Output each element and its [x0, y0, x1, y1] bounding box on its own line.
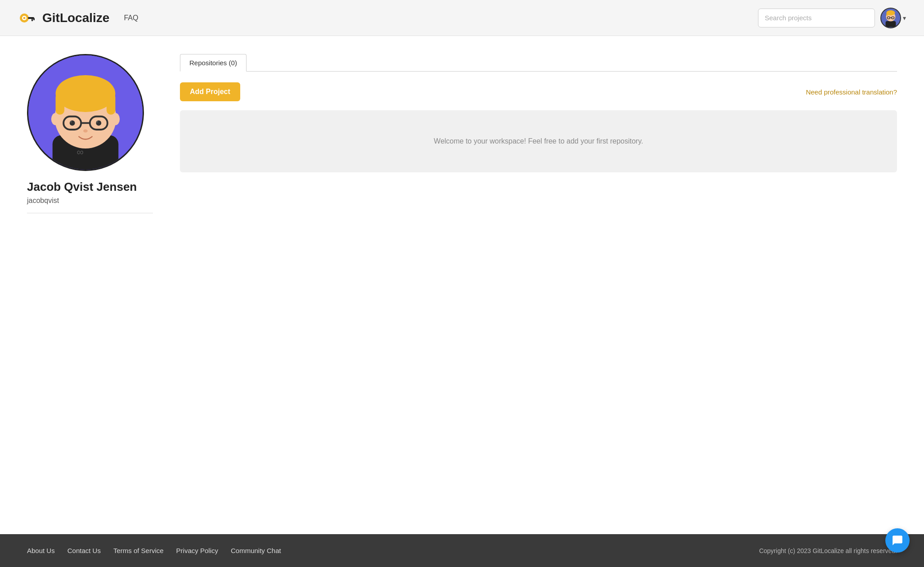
footer-link-community[interactable]: Community Chat: [231, 547, 281, 554]
tabs: Repositories (0): [180, 54, 897, 72]
repo-section: Repositories (0) Add Project Need profes…: [180, 54, 897, 516]
chat-button[interactable]: [885, 528, 910, 553]
empty-state: Welcome to your workspace! Feel free to …: [180, 110, 897, 172]
svg-rect-5: [33, 18, 35, 20]
chat-icon: [892, 535, 903, 546]
header: GitLocalize FAQ: [0, 0, 924, 36]
footer-link-privacy[interactable]: Privacy Policy: [176, 547, 218, 554]
svg-rect-4: [31, 19, 33, 21]
logo-icon: [18, 8, 38, 28]
user-menu-button[interactable]: ▾: [880, 8, 906, 28]
profile-username: jacobqvist: [27, 197, 153, 205]
footer: About Us Contact Us Terms of Service Pri…: [0, 534, 924, 567]
avatar-image: [881, 8, 900, 27]
footer-copyright: Copyright (c) 2023 GitLocalize all right…: [759, 547, 897, 554]
chevron-down-icon: ▾: [903, 14, 906, 22]
svg-rect-10: [886, 12, 888, 16]
footer-link-contact[interactable]: Contact Us: [67, 547, 101, 554]
profile-sidebar: ∞: [27, 54, 153, 516]
header-right: ▾: [758, 8, 906, 28]
svg-point-31: [96, 121, 98, 122]
user-avatar: [880, 8, 901, 28]
add-project-button[interactable]: Add Project: [180, 82, 240, 101]
pro-translation-link[interactable]: Need professional translation?: [806, 88, 897, 96]
svg-rect-7: [886, 21, 896, 27]
svg-point-24: [58, 76, 112, 101]
main-content: ∞: [0, 36, 924, 534]
svg-rect-3: [28, 17, 34, 19]
header-left: GitLocalize FAQ: [18, 8, 138, 28]
tab-repositories[interactable]: Repositories (0): [180, 54, 247, 72]
nav-faq[interactable]: FAQ: [124, 14, 138, 22]
svg-rect-23: [107, 93, 116, 115]
footer-link-terms[interactable]: Terms of Service: [113, 547, 164, 554]
svg-point-19: [51, 113, 60, 125]
svg-point-2: [23, 17, 26, 19]
svg-point-20: [111, 113, 120, 125]
toolbar: Add Project Need professional translatio…: [180, 82, 897, 101]
logo-text: GitLocalize: [42, 11, 109, 25]
svg-point-32: [83, 130, 88, 133]
profile-divider: [27, 213, 153, 213]
footer-link-about[interactable]: About Us: [27, 547, 55, 554]
search-input[interactable]: [758, 9, 875, 27]
footer-nav: About Us Contact Us Terms of Service Pri…: [27, 547, 281, 554]
empty-state-message: Welcome to your workspace! Feel free to …: [189, 137, 888, 145]
svg-point-29: [70, 121, 72, 122]
logo[interactable]: GitLocalize: [18, 8, 109, 28]
svg-rect-22: [56, 93, 65, 115]
profile-avatar: ∞: [27, 54, 144, 171]
profile-name: Jacob Qvist Jensen: [27, 180, 153, 194]
profile-avatar-image: ∞: [28, 54, 143, 170]
